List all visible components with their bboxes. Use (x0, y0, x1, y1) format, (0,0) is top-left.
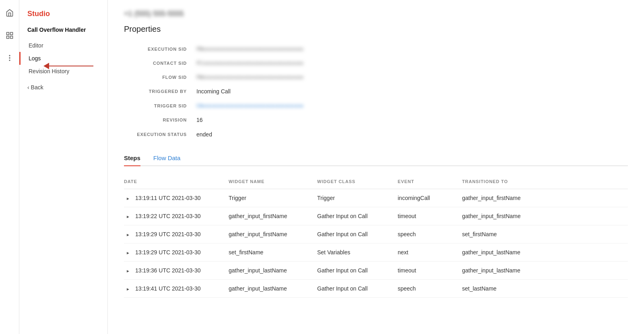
prop-label-revision: REVISION (124, 117, 196, 122)
prop-label-execution-status: EXECUTION STATUS (124, 131, 196, 137)
cell-widget-class: Gather Input on Call (317, 262, 398, 280)
table-row[interactable]: ► 13:19:29 UTC 2021-03-30 gather_input_f… (124, 225, 628, 243)
flows-icon[interactable] (3, 29, 16, 42)
cell-transitioned-to: gather_input_firstName (462, 189, 628, 207)
flow-title: Call Overflow Handler (19, 25, 107, 39)
cell-transitioned-to: gather_input_lastName (462, 262, 628, 280)
prop-label-flow-sid: FLOW SID (124, 74, 196, 80)
table-row[interactable]: ► 13:19:11 UTC 2021-03-30 Trigger Trigge… (124, 189, 628, 207)
cell-widget-class: Gather Input on Call (317, 207, 398, 225)
svg-point-6 (9, 60, 10, 61)
cell-widget-name: gather_input_firstName (229, 207, 317, 225)
cell-widget-name: gather_input_lastName (229, 280, 317, 298)
th-widget-class: WIDGET CLASS (317, 176, 398, 189)
cell-widget-class: Set Variables (317, 243, 398, 262)
prop-row-execution-sid: EXECUTION SID FNxxxxxxxxxxxxxxxxxxxxxxxx… (124, 42, 628, 56)
prop-label-contact-sid: CONTACT SID (124, 60, 196, 66)
cell-widget-name: gather_input_firstName (229, 225, 317, 243)
row-expand-icon[interactable]: ► (124, 196, 132, 201)
prop-row-contact-sid: CONTACT SID FCxxxxxxxxxxxxxxxxxxxxxxxxxx… (124, 56, 628, 70)
cell-widget-name: Trigger (229, 189, 317, 207)
sidebar-icons-panel (0, 0, 19, 334)
th-transitioned-to: TRANSITIONED TO (462, 176, 628, 189)
prop-value-revision: 16 (196, 117, 203, 123)
row-expand-icon[interactable]: ► (124, 269, 132, 273)
th-date: DATE (124, 176, 229, 189)
cell-date: ► 13:19:29 UTC 2021-03-30 (124, 243, 229, 262)
prop-value-contact-sid: FCxxxxxxxxxxxxxxxxxxxxxxxxxxxxxxxx (196, 60, 303, 66)
cell-date: ► 13:19:36 UTC 2021-03-30 (124, 262, 229, 280)
table-row[interactable]: ► 13:19:22 UTC 2021-03-30 gather_input_f… (124, 207, 628, 225)
cell-event: timeout (398, 207, 462, 225)
phone-number: +1 (555) 555-5555 (124, 10, 628, 18)
prop-label-trigger-sid: TRIGGER SID (124, 103, 196, 108)
prop-label-triggered-by: TRIGGERED BY (124, 88, 196, 94)
cell-transitioned-to: gather_input_lastName (462, 243, 628, 262)
sidebar-item-revision-history[interactable]: Revision History (19, 65, 107, 78)
svg-rect-1 (10, 33, 12, 35)
cell-transitioned-to: set_lastName (462, 280, 628, 298)
prop-label-execution-sid: EXECUTION SID (124, 46, 196, 52)
sidebar-item-editor[interactable]: Editor (19, 39, 107, 52)
prop-value-execution-sid: FNxxxxxxxxxxxxxxxxxxxxxxxxxxxxxxxx (196, 46, 303, 52)
properties-table: EXECUTION SID FNxxxxxxxxxxxxxxxxxxxxxxxx… (124, 42, 628, 142)
properties-title: Properties (124, 25, 628, 34)
row-expand-icon[interactable]: ► (124, 214, 132, 219)
tab-steps[interactable]: Steps (124, 155, 140, 166)
cell-event: speech (398, 280, 462, 298)
cell-event: incomingCall (398, 189, 462, 207)
svg-rect-0 (6, 33, 9, 35)
prop-value-flow-sid: FWxxxxxxxxxxxxxxxxxxxxxxxxxxxxxxxx (196, 74, 303, 80)
tab-flow-data[interactable]: Flow Data (153, 155, 181, 166)
more-icon[interactable] (3, 52, 16, 64)
tabs: Steps Flow Data (124, 155, 628, 166)
prop-value-execution-status: ended (196, 131, 212, 138)
cell-date: ► 13:19:11 UTC 2021-03-30 (124, 189, 229, 207)
svg-point-5 (9, 55, 10, 56)
studio-title: Studio (19, 6, 107, 25)
th-event: EVENT (398, 176, 462, 189)
prop-row-execution-status: EXECUTION STATUS ended (124, 127, 628, 142)
back-link[interactable]: ‹ Back (19, 81, 107, 94)
row-expand-icon[interactable]: ► (124, 251, 132, 255)
th-widget-name: WIDGET NAME (229, 176, 317, 189)
prop-value-trigger-sid[interactable]: CAxxxxxxxxxxxxxxxxxxxxxxxxxxxxxxxx (196, 103, 303, 109)
row-expand-icon[interactable]: ► (124, 233, 132, 237)
cell-transitioned-to: gather_input_firstName (462, 207, 628, 225)
prop-row-revision: REVISION 16 (124, 113, 628, 127)
table-row[interactable]: ► 13:19:36 UTC 2021-03-30 gather_input_l… (124, 262, 628, 280)
sidebar-nav: Studio Call Overflow Handler Editor Logs… (19, 0, 108, 334)
sidebar-item-logs[interactable]: Logs (19, 52, 107, 65)
table-row[interactable]: ► 13:19:41 UTC 2021-03-30 gather_input_l… (124, 280, 628, 298)
home-icon[interactable] (3, 6, 16, 19)
prop-row-trigger-sid: TRIGGER SID CAxxxxxxxxxxxxxxxxxxxxxxxxxx… (124, 99, 628, 113)
svg-rect-2 (10, 36, 12, 39)
cell-date: ► 13:19:41 UTC 2021-03-30 (124, 280, 229, 298)
cell-event: speech (398, 225, 462, 243)
svg-rect-3 (6, 36, 9, 39)
cell-event: timeout (398, 262, 462, 280)
cell-date: ► 13:19:22 UTC 2021-03-30 (124, 207, 229, 225)
cell-widget-class: Trigger (317, 189, 398, 207)
prop-row-flow-sid: FLOW SID FWxxxxxxxxxxxxxxxxxxxxxxxxxxxxx… (124, 70, 628, 84)
cell-widget-name: set_firstName (229, 243, 317, 262)
cell-transitioned-to: set_firstName (462, 225, 628, 243)
svg-point-4 (9, 58, 10, 58)
cell-widget-class: Gather Input on Call (317, 225, 398, 243)
cell-widget-name: gather_input_lastName (229, 262, 317, 280)
main-content: +1 (555) 555-5555 Properties EXECUTION S… (108, 0, 644, 334)
table-row[interactable]: ► 13:19:29 UTC 2021-03-30 set_firstName … (124, 243, 628, 262)
cell-event: next (398, 243, 462, 262)
cell-date: ► 13:19:29 UTC 2021-03-30 (124, 225, 229, 243)
prop-row-triggered-by: TRIGGERED BY Incoming Call (124, 84, 628, 99)
prop-value-triggered-by: Incoming Call (196, 88, 231, 95)
row-expand-icon[interactable]: ► (124, 287, 132, 291)
cell-widget-class: Gather Input on Call (317, 280, 398, 298)
steps-table: DATE WIDGET NAME WIDGET CLASS EVENT TRAN… (124, 176, 628, 298)
